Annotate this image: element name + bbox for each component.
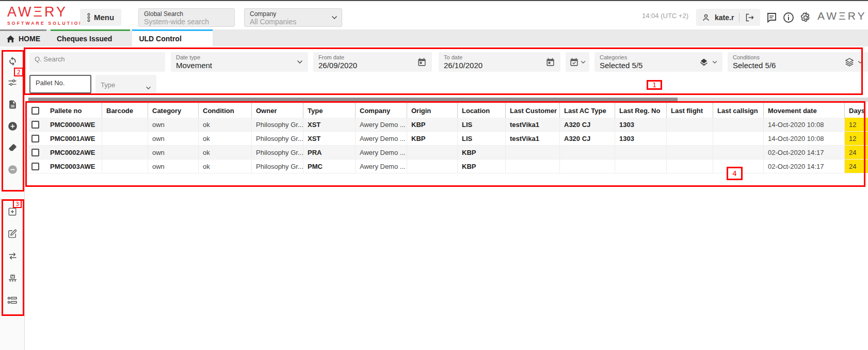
cell-last-reg-no: 1303 bbox=[615, 118, 666, 131]
cell-last-ac-type bbox=[559, 160, 615, 173]
home-icon bbox=[6, 35, 15, 43]
calendar-icon[interactable] bbox=[417, 57, 427, 67]
global-search-input[interactable]: Global Search System-wide search bbox=[138, 8, 235, 27]
pallet-no-input[interactable]: Pallet No. bbox=[29, 75, 91, 93]
table-row-PMC0003AWE[interactable]: PMC0003AWEownokPhilosophy Gr...PMCAwery … bbox=[28, 160, 868, 173]
column-header-company[interactable]: Company bbox=[355, 103, 407, 118]
type-select[interactable]: Type bbox=[95, 75, 156, 93]
tab-uld-control[interactable]: ULD Control bbox=[132, 29, 212, 46]
tab-home[interactable]: HOME bbox=[0, 29, 46, 46]
column-header-pallete-no[interactable]: Pallete no bbox=[46, 103, 102, 118]
column-header-location[interactable]: Location bbox=[457, 103, 505, 118]
sidebar-button-add[interactable] bbox=[0, 116, 25, 136]
cell-location: LIS bbox=[457, 118, 505, 131]
column-header-last-reg-no[interactable]: Last Reg. No bbox=[615, 103, 666, 118]
cell-last-flight bbox=[666, 118, 713, 131]
sidebar-button-details[interactable] bbox=[0, 290, 25, 311]
sidebar-button-transfer[interactable] bbox=[0, 246, 25, 266]
add-icon bbox=[7, 121, 18, 132]
calendar-icon[interactable] bbox=[545, 57, 555, 67]
cell-company: Awery Demo ... bbox=[355, 132, 407, 145]
uld-control-screen: AWΞRY SOFTWARE SOLUTIONS Menu Global Sea… bbox=[0, 0, 868, 350]
date-preset-dropdown[interactable] bbox=[566, 52, 589, 72]
date-type-select[interactable]: Date type Movement bbox=[171, 52, 308, 72]
cell-origin bbox=[407, 160, 457, 173]
sidebar-button-add-board[interactable] bbox=[0, 201, 25, 222]
tab-bar: HOME Cheques Issued ULD Control bbox=[0, 29, 868, 46]
row-select-cell bbox=[28, 118, 46, 131]
column-header-category[interactable]: Category bbox=[148, 103, 198, 118]
logout-icon[interactable] bbox=[745, 13, 755, 22]
edit-icon bbox=[7, 229, 18, 239]
column-header-last-ac-type[interactable]: Last AC Type bbox=[559, 103, 615, 118]
cell-barcode bbox=[102, 160, 148, 173]
column-header-days[interactable]: Days bbox=[844, 103, 868, 118]
row-checkbox[interactable] bbox=[31, 163, 39, 170]
cell-location: KBP bbox=[457, 160, 505, 173]
info-icon[interactable] bbox=[782, 11, 795, 24]
sidebar-button-edit[interactable] bbox=[0, 224, 25, 244]
app-header: AWΞRY SOFTWARE SOLUTIONS Menu Global Sea… bbox=[0, 1, 868, 29]
column-header-owner[interactable]: Owner bbox=[251, 103, 303, 118]
transfer-icon bbox=[7, 251, 18, 261]
to-date-input[interactable]: To date 26/10/2020 bbox=[439, 52, 560, 72]
menu-button[interactable]: Menu bbox=[80, 9, 121, 26]
cell-owner: Philosophy Gr... bbox=[251, 132, 303, 145]
cell-last-ac-type: A320 CJ bbox=[559, 118, 615, 131]
tab-cheques-issued[interactable]: Cheques Issued bbox=[51, 29, 130, 46]
categories-select[interactable]: Categories Selected 5/5 bbox=[594, 52, 722, 72]
sidebar-button-filters[interactable] bbox=[0, 72, 25, 93]
build-icon bbox=[7, 273, 18, 284]
quick-search-placeholder: Q. Search bbox=[35, 55, 65, 63]
column-header-origin[interactable]: Origin bbox=[407, 103, 457, 118]
settings-gear-icon[interactable] bbox=[799, 11, 812, 24]
conditions-value: Selected 5/6 bbox=[733, 61, 841, 70]
company-select[interactable]: Company All Companies bbox=[244, 8, 342, 27]
date-type-label: Date type bbox=[176, 54, 294, 61]
scrollbar-thumb[interactable] bbox=[28, 98, 678, 102]
row-checkbox[interactable] bbox=[31, 149, 39, 156]
chat-icon[interactable] bbox=[765, 11, 778, 24]
clear-icon bbox=[7, 142, 18, 153]
cell-last-callsign bbox=[713, 160, 763, 173]
select-all-checkbox[interactable] bbox=[31, 107, 39, 115]
quick-search-input[interactable]: Q. Search bbox=[29, 52, 165, 72]
table-row-PMC0002AWE[interactable]: PMC0002AWEownokPhilosophy Gr...PRAAwery … bbox=[28, 146, 868, 160]
awery-wordmark: AWΞRY bbox=[817, 10, 867, 22]
cell-pallete-no: PMC0000AWE bbox=[46, 118, 102, 131]
sidebar-button-build[interactable] bbox=[0, 268, 25, 289]
column-header-type[interactable]: Type bbox=[303, 103, 355, 118]
from-date-input[interactable]: From date 26/09/2020 bbox=[313, 52, 432, 72]
company-value: All Companies bbox=[250, 18, 336, 26]
row-checkbox[interactable] bbox=[31, 135, 39, 142]
column-header-last-flight[interactable]: Last flight bbox=[666, 103, 713, 118]
awery-logo-subtext: SOFTWARE SOLUTIONS bbox=[7, 21, 89, 26]
column-header-barcode[interactable]: Barcode bbox=[102, 103, 148, 118]
days-highlight: 24 bbox=[845, 160, 868, 173]
row-checkbox[interactable] bbox=[31, 121, 39, 129]
column-header-condition[interactable]: Condition bbox=[198, 103, 251, 118]
column-header-last-customer[interactable]: Last Customer bbox=[505, 103, 559, 118]
conditions-select[interactable]: Conditions Selected 5/6 bbox=[728, 52, 868, 72]
cell-category: own bbox=[148, 132, 198, 145]
cell-barcode bbox=[102, 146, 148, 159]
sidebar-button-clear[interactable] bbox=[0, 137, 25, 158]
chip-divider bbox=[739, 13, 740, 22]
table-row-PMC0000AWE[interactable]: PMC0000AWEownokPhilosophy Gr...XSTAwery … bbox=[28, 118, 868, 132]
tab-home-label: HOME bbox=[19, 35, 40, 43]
cell-type: XST bbox=[303, 132, 355, 145]
user-menu[interactable]: kate.r bbox=[696, 9, 760, 26]
table-row-PMC0001AWE[interactable]: PMC0001AWEownokPhilosophy Gr...XSTAwery … bbox=[28, 132, 868, 146]
cell-last-customer bbox=[505, 146, 559, 159]
days-highlight: 12 bbox=[845, 118, 868, 131]
sidebar-button-report[interactable] bbox=[0, 94, 25, 115]
cell-owner: Philosophy Gr... bbox=[251, 146, 303, 159]
sidebar-button-remove[interactable] bbox=[0, 159, 25, 180]
sidebar-button-refresh[interactable] bbox=[0, 51, 25, 71]
horizontal-scrollbar[interactable] bbox=[28, 98, 868, 102]
cell-movement-date: 02-Oct-2020 14:17 bbox=[763, 160, 844, 173]
column-header-movement-date[interactable]: Movement date bbox=[763, 103, 844, 118]
column-header-last-callsign[interactable]: Last callsign bbox=[713, 103, 763, 118]
cell-pallete-no: PMC0003AWE bbox=[46, 160, 102, 173]
uld-table: Pallete noBarcodeCategoryConditionOwnerT… bbox=[28, 103, 868, 173]
